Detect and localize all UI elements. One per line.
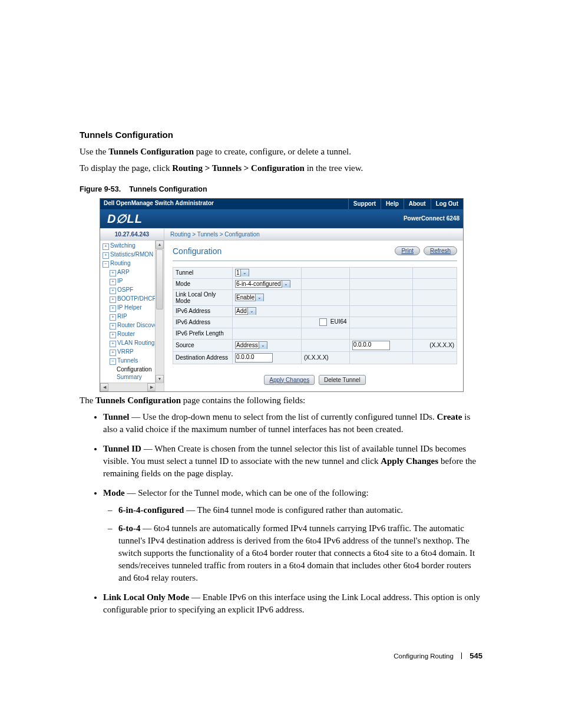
figure-title: Tunnels Configuration [129,185,207,193]
text-bold: Routing > Tunnels > Configuration [172,163,305,173]
row-source: Source Address⌄ 0.0.0.0 (X.X.X.X) [173,339,457,351]
row-link-local-only-mode: Link Local Only Mode Enable⌄ [173,289,457,305]
text: in the tree view. [305,163,363,173]
source-address-input[interactable]: 0.0.0.0 [352,341,390,350]
tree-item-label: IP Helper [117,304,142,311]
term: Link Local Only Mode [103,592,189,602]
scroll-down-icon[interactable]: ▼ [156,375,164,383]
breadcrumb-routing[interactable]: Routing [170,231,190,238]
breadcrumb-tunnels[interactable]: Tunnels [197,231,218,238]
text-bold: Tunnels Configuration [108,147,194,156]
collapse-icon[interactable]: − [103,261,109,268]
text: page to create, configure, or delete a t… [194,147,351,156]
expand-icon[interactable]: + [110,314,116,321]
delete-tunnel-button[interactable]: Delete Tunnel [319,375,366,385]
term: Tunnel [103,412,129,421]
tree-item-label: VRRP [117,348,134,355]
source-type-select[interactable]: Address⌄ [235,341,267,349]
scroll-thumb[interactable] [156,249,163,309]
row-destination: Destination Address 0.0.0.0 (X.X.X.X) [173,351,457,364]
label-prefix-length: IPv6 Prefix Length [173,328,233,339]
term: 6-to-4 [118,523,141,533]
vertical-scrollbar[interactable]: ▲ ▼ [155,241,164,383]
chevron-down-icon[interactable]: ⌄ [247,308,256,315]
expand-icon[interactable]: + [110,341,116,347]
destination-address-input[interactable]: 0.0.0.0 [235,353,273,363]
term: Tunnel ID [103,444,141,453]
nav-help[interactable]: Help [381,199,404,209]
expand-icon[interactable]: + [110,323,116,330]
text: The [80,396,95,405]
chevron-down-icon[interactable]: ⌄ [255,294,263,301]
llom-select[interactable]: Enable⌄ [235,294,264,301]
expand-icon[interactable]: + [103,243,109,250]
nav-support[interactable]: Support [348,199,381,209]
page-title: Configuration [173,246,391,256]
figure-number: Figure 9-53. [80,185,121,193]
text: To display the page, click [80,163,172,173]
mode-6in4: 6-in-4-configured — The 6in4 tunnel mode… [118,504,482,516]
field-mode: Mode — Selector for the Tunnel mode, whi… [103,487,482,584]
ipv6-address-action-select[interactable]: Add⌄ [235,307,256,315]
page-footer: Configuring Routing 545 [80,651,482,660]
nav-tree[interactable]: +Switching+Statistics/RMON−Routing+ARP+I… [100,241,164,391]
row-tunnel: Tunnel 1⌄ [173,267,457,278]
expand-icon[interactable]: + [110,350,116,356]
scroll-up-icon[interactable]: ▲ [156,241,164,249]
tree-item-label: Statistics/RMON [110,251,153,258]
expand-icon[interactable]: + [110,270,116,276]
tree-item-label: Tunnels [117,357,138,364]
tree-item-label: OSPF [117,286,133,293]
chevron-down-icon[interactable]: ⌄ [259,342,267,349]
row-ipv6-address-action: IPv6 Address Add⌄ [173,305,457,317]
expand-icon[interactable]: + [103,252,109,259]
dell-logo: D∅LL [100,212,150,226]
field-link-local-only-mode: Link Local Only Mode — Enable IPv6 on th… [103,591,482,616]
text-bold: Tunnels Configuration [95,396,181,405]
config-table: Tunnel 1⌄ Mode 6-in-4-configured⌄ Link L… [173,267,457,364]
field-tunnel-id: Tunnel ID — When Create is chosen from t… [103,443,482,480]
label-source: Source [173,339,233,351]
fields-lead: The Tunnels Configuration page contains … [80,394,482,406]
tree-item-label: Switching [110,242,135,249]
text: — 6to4 tunnels are automatically formed … [118,523,475,582]
chevron-down-icon[interactable]: ⌄ [240,269,249,276]
window-titlebar: Dell OpenManage Switch Administrator Sup… [100,199,463,209]
tunnel-select[interactable]: 1⌄ [235,269,249,276]
scroll-right-icon[interactable]: ▶ [147,383,156,391]
intro-paragraph-2: To display the page, click Routing > Tun… [80,162,482,174]
nav-about[interactable]: About [404,199,431,209]
expand-icon[interactable]: + [110,332,116,338]
expand-icon[interactable]: + [110,279,116,285]
label-eui64: EUI64 [330,318,347,325]
label-mode: Mode [173,278,233,289]
field-tunnel: Tunnel — Use the drop-down menu to selec… [103,411,482,436]
mode-select[interactable]: 6-in-4-configured⌄ [235,280,290,288]
text-bold: Apply Changes [381,456,438,466]
text: page contains the following fields: [181,396,305,405]
embedded-screenshot: Dell OpenManage Switch Administrator Sup… [100,198,464,392]
label-ipv6-address: IPv6 Address [173,305,233,317]
tree-item-label: Routing [110,260,130,266]
chevron-down-icon[interactable]: ⌄ [282,281,290,288]
text: — Selector for the Tunnel mode, which ca… [125,488,369,498]
scroll-left-icon[interactable]: ◀ [100,383,108,391]
eui64-checkbox[interactable] [319,318,327,326]
intro-paragraph-1: Use the Tunnels Configuration page to cr… [80,146,482,157]
sub-header: 10.27.64.243 Routing > Tunnels > Configu… [100,228,463,241]
label-llom: Link Local Only Mode [173,289,233,305]
collapse-icon[interactable]: − [110,358,116,365]
nav-logout[interactable]: Log Out [431,199,463,209]
expand-icon[interactable]: + [110,288,116,294]
tree-item-label: Summary [117,374,142,380]
refresh-button[interactable]: Refresh [424,246,457,255]
fields-list: Tunnel — Use the drop-down menu to selec… [80,411,482,616]
expand-icon[interactable]: + [110,297,116,303]
print-button[interactable]: Print [395,246,420,255]
horizontal-scrollbar[interactable]: ◀ ▶ [100,383,156,391]
text: — Use the drop-down menu to select from … [129,412,437,421]
expand-icon[interactable]: + [110,305,116,312]
footer-page-number: 545 [470,651,482,660]
breadcrumb: Routing > Tunnels > Configuration [164,229,266,240]
apply-changes-button[interactable]: Apply Changes [264,375,315,385]
